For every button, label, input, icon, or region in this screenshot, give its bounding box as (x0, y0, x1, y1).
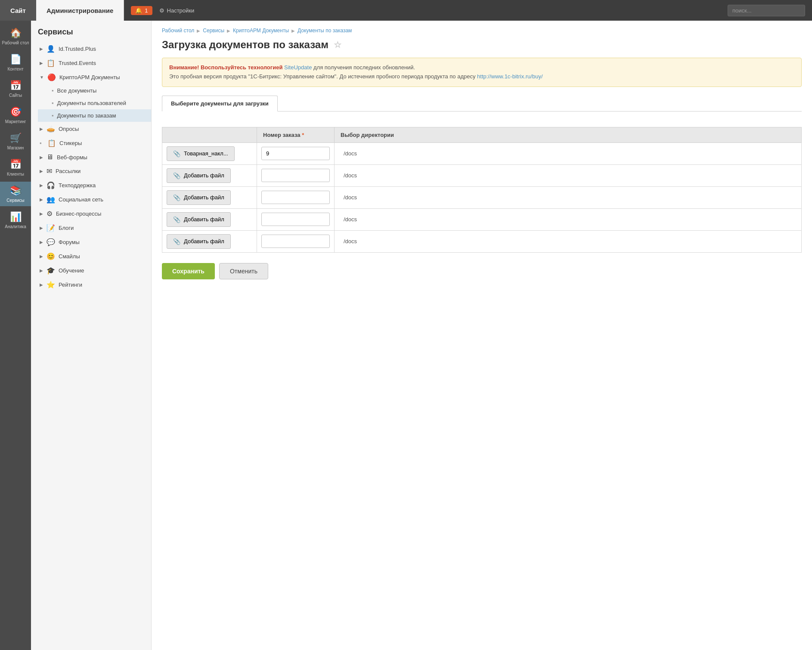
file-button-label: Добавить файл (184, 194, 224, 201)
cancel-button[interactable]: Отменить (219, 263, 268, 279)
order-number-input[interactable] (261, 191, 330, 204)
order-number-input[interactable] (261, 169, 330, 182)
bullet-icon-order: ▪ (52, 112, 54, 119)
form-area: Номер заказа * Выбор директории 📎Товарна… (162, 120, 802, 286)
ratings-icon: ⭐ (46, 281, 55, 289)
file-upload-button[interactable]: 📎Добавить файл (167, 234, 231, 249)
nav-label-analytics: Аналитика (5, 224, 26, 229)
buy-link[interactable]: http://www.1c-bitrix.ru/buy/ (477, 73, 542, 80)
bizproc-icon: ⚙ (46, 210, 53, 218)
sidebar-item-webforms[interactable]: ▶ 🖥 Веб-формы (31, 150, 151, 164)
arrow-icon-soc: ▶ (40, 197, 43, 202)
arrow-icon-polls: ▶ (40, 127, 43, 131)
order-number-input[interactable] (261, 213, 330, 226)
arrow-icon-rat: ▶ (40, 282, 43, 287)
bell-icon: 🔔 (135, 7, 142, 14)
breadcrumb-order-docs[interactable]: Документы по заказам (298, 28, 352, 34)
sidebar-item-training[interactable]: ▶ 🎓 Обучение (31, 263, 151, 278)
search-input[interactable] (728, 5, 805, 16)
file-upload-button[interactable]: 📎Добавить файл (167, 190, 231, 205)
sidebar-item-support[interactable]: ▶ 🎧 Техподдержка (31, 178, 151, 192)
notifications-badge[interactable]: 🔔 1 (131, 6, 152, 15)
analytics-icon: 📊 (10, 211, 22, 223)
form-buttons: Сохранить Отменить (162, 263, 802, 279)
table-row: 📎Товарная_накл... (162, 142, 802, 164)
col-order-label: Номер заказа (263, 132, 301, 138)
sidebar-item-order-docs[interactable]: ▪ Документы по заказам (38, 109, 151, 122)
sidebar-item-forums[interactable]: ▶ 💬 Форумы (31, 235, 151, 249)
training-icon: 🎓 (46, 266, 55, 275)
sidebar-item-stickers[interactable]: ▪ 📋 Стикеры (31, 136, 151, 150)
shop-icon: 🛒 (10, 133, 22, 144)
sidebar-item-all-docs[interactable]: ▪ Все документы (38, 84, 151, 97)
admin-tab[interactable]: Администрирование (36, 0, 124, 21)
paperclip-icon: 📎 (173, 238, 180, 245)
settings-link[interactable]: ⚙ Настройки (159, 7, 195, 14)
favorite-star-icon[interactable]: ☆ (334, 40, 341, 50)
social-icon: 👥 (46, 195, 55, 204)
bullet-icon-all: ▪ (52, 87, 54, 94)
directory-input[interactable] (339, 213, 797, 226)
page-title: Загрузка документов по заказам ☆ (162, 39, 802, 51)
directory-input[interactable] (339, 235, 797, 248)
gear-icon: ⚙ (159, 7, 164, 14)
breadcrumb-cryptoarm[interactable]: КриптоАРМ Документы (233, 28, 289, 34)
arrow-icon-tr: ▶ (40, 268, 43, 273)
support-icon: 🎧 (46, 181, 55, 189)
save-button[interactable]: Сохранить (162, 263, 215, 279)
nav-item-clients[interactable]: 📅 Клиенты (0, 155, 31, 180)
directory-input[interactable] (339, 169, 797, 182)
breadcrumb-sep-1: ▶ (197, 28, 200, 33)
sidebar-item-blogs[interactable]: ▶ 📝 Блоги (31, 221, 151, 235)
nav-item-analytics[interactable]: 📊 Аналитика (0, 208, 31, 232)
sidebar-item-bizproc[interactable]: ▶ ⚙ Бизнес-процессы (31, 207, 151, 221)
nav-item-content[interactable]: 📄 Контент (0, 50, 31, 75)
sites-icon: 📅 (10, 80, 22, 91)
home-icon: 🏠 (10, 28, 22, 39)
directory-input[interactable] (339, 147, 797, 160)
sidebar-item-smiles[interactable]: ▶ 😊 Смайлы (31, 249, 151, 263)
file-button-label: Добавить файл (184, 238, 224, 245)
nav-item-sites[interactable]: 📅 Сайты (0, 77, 31, 101)
site-update-link[interactable]: SiteUpdate (284, 64, 312, 71)
arrow-icon-forums: ▶ (40, 240, 43, 245)
nav-item-marketing[interactable]: 🎯 Маркетинг (0, 103, 31, 127)
bullet-stickers: ▪ (40, 140, 44, 146)
table-row: 📎Добавить файл (162, 208, 802, 230)
sidebar-item-user-docs[interactable]: ▪ Документы пользователей (38, 97, 151, 109)
top-bar: Сайт Администрирование 🔔 1 ⚙ Настройки (0, 0, 812, 21)
breadcrumb-desktop[interactable]: Рабочий стол (162, 28, 194, 34)
sidebar-item-id-trusted[interactable]: ▶ 👤 Id.Trusted.Plus (31, 42, 151, 56)
sidebar: Сервисы ▶ 👤 Id.Trusted.Plus ▶ 📋 Trusted.… (31, 21, 152, 650)
table-row: 📎Добавить файл (162, 164, 802, 186)
arrow-icon-bp: ▶ (40, 211, 43, 216)
paperclip-icon: 📎 (173, 172, 180, 179)
file-upload-button[interactable]: 📎Добавить файл (167, 168, 231, 183)
sidebar-item-social[interactable]: ▶ 👥 Социальная сеть (31, 192, 151, 207)
sidebar-item-ratings[interactable]: ▶ ⭐ Рейтинги (31, 278, 151, 292)
sidebar-item-trusted-events[interactable]: ▶ 📋 Trusted.Events (31, 56, 151, 70)
paperclip-icon: 📎 (173, 194, 180, 201)
sidebar-label-trusted-events: Trusted.Events (59, 60, 96, 66)
main-layout: 🏠 Рабочий стол 📄 Контент 📅 Сайты 🎯 Марке… (0, 21, 812, 650)
sidebar-item-cryptoarm[interactable]: ▼ 🔴 КриптоАРМ Документы (31, 70, 151, 84)
order-number-input[interactable] (261, 147, 330, 160)
breadcrumb-services[interactable]: Сервисы (203, 28, 224, 34)
site-tab[interactable]: Сайт (0, 0, 36, 21)
nav-item-shop[interactable]: 🛒 Магазин (0, 129, 31, 154)
tab-select-documents[interactable]: Выберите документы для загрузки (162, 96, 278, 111)
sidebar-item-mailings[interactable]: ▶ ✉ Рассылки (31, 164, 151, 178)
breadcrumb-sep-2: ▶ (227, 28, 230, 33)
nav-item-dashboard[interactable]: 🏠 Рабочий стол (0, 24, 31, 49)
clients-icon: 📅 (10, 159, 22, 170)
directory-input[interactable] (339, 191, 797, 204)
forums-icon: 💬 (46, 238, 55, 246)
file-upload-button[interactable]: 📎Товарная_накл... (167, 146, 235, 161)
nav-item-services[interactable]: 📚 Сервисы (0, 182, 31, 206)
col-header-file (162, 127, 257, 142)
content-icon: 📄 (10, 54, 22, 65)
file-upload-button[interactable]: 📎Добавить файл (167, 212, 231, 227)
order-number-input[interactable] (261, 235, 330, 248)
sidebar-item-polls[interactable]: ▶ 🥧 Опросы (31, 122, 151, 136)
sidebar-label-blogs: Блоги (59, 225, 74, 231)
